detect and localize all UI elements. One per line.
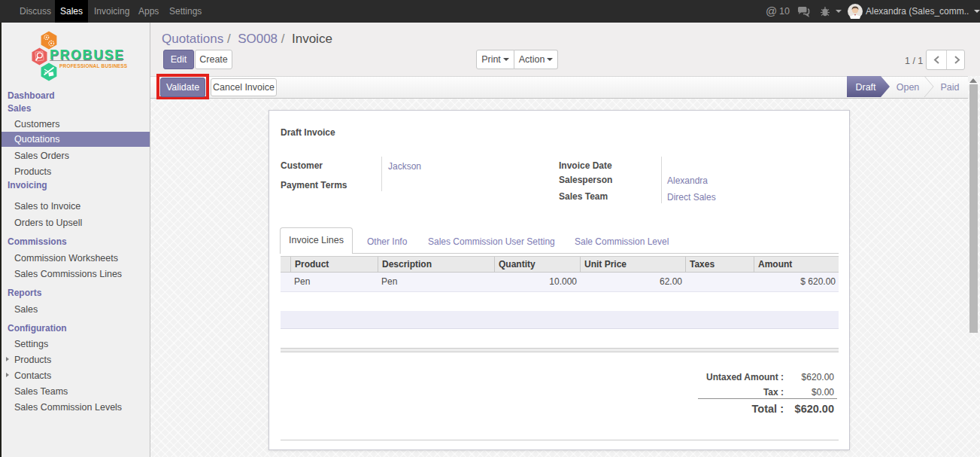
- svg-text:Paid: Paid: [940, 82, 959, 93]
- svg-text:PROBUSE: PROBUSE: [50, 47, 125, 62]
- svg-text:PROFESSIONAL BUSINESS: PROFESSIONAL BUSINESS: [59, 63, 128, 69]
- svg-text:Draft: Draft: [855, 82, 876, 93]
- svg-text:Open: Open: [897, 82, 920, 93]
